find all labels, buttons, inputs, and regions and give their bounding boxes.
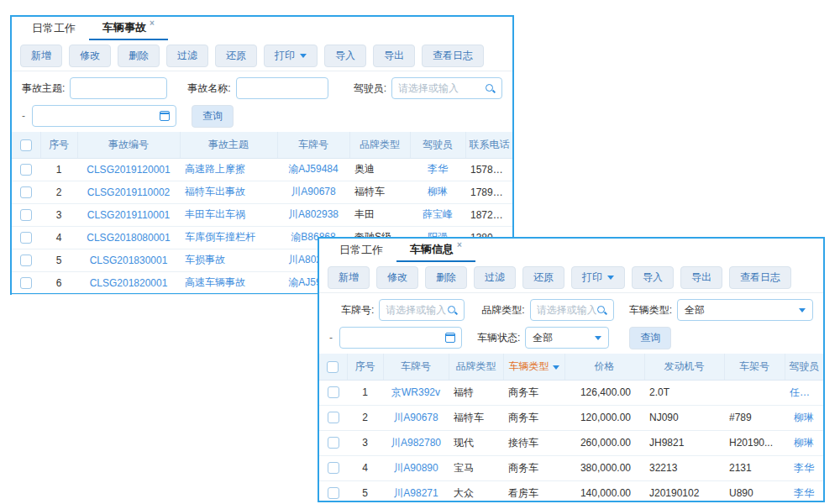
table-cell-link[interactable]: 丰田车出车祸: [180, 203, 277, 226]
select-all-checkbox[interactable]: [327, 361, 339, 373]
print-button[interactable]: 打印: [571, 266, 625, 289]
calendar-icon[interactable]: [445, 333, 455, 343]
table-cell-link[interactable]: 李华: [410, 158, 465, 181]
select-all-checkbox[interactable]: [20, 139, 32, 151]
delete-button[interactable]: 删除: [118, 45, 160, 67]
delete-button[interactable]: 删除: [425, 266, 467, 289]
column-header-frame-no[interactable]: 车架号: [724, 354, 785, 380]
table-cell-link[interactable]: 川A802938: [277, 203, 349, 226]
table-cell-link[interactable]: 车损事故: [180, 249, 277, 271]
driver-input[interactable]: [398, 82, 485, 94]
column-header-accident-subject[interactable]: 事故主题: [180, 132, 277, 158]
row-checkbox[interactable]: [328, 386, 339, 398]
row-checkbox[interactable]: [328, 412, 339, 423]
row-checkbox[interactable]: [328, 487, 339, 499]
row-checkbox[interactable]: [328, 462, 339, 474]
view-log-button[interactable]: 查看日志: [729, 266, 791, 289]
tab-vehicle-info[interactable]: 车辆信息: [396, 239, 475, 262]
table-cell-link[interactable]: CLSG201830001: [77, 249, 180, 271]
row-checkbox[interactable]: [20, 255, 32, 266]
column-header-brand[interactable]: 品牌类型: [349, 132, 410, 158]
tab-daily-work[interactable]: 日常工作: [326, 239, 396, 262]
column-header-vehicle-type[interactable]: 车辆类型: [503, 354, 564, 380]
row-checkbox[interactable]: [20, 209, 32, 221]
table-cell-link[interactable]: 京WR392v: [383, 380, 449, 405]
print-button[interactable]: 打印: [264, 45, 318, 67]
edit-button[interactable]: 修改: [376, 266, 418, 289]
plate-field[interactable]: [379, 299, 465, 321]
row-checkbox[interactable]: [20, 232, 32, 244]
accident-subject-field[interactable]: [70, 77, 167, 99]
table-cell-link[interactable]: CLSG2018080001: [77, 226, 180, 249]
column-header-driver[interactable]: 驾驶员: [785, 354, 823, 380]
table-cell-link[interactable]: 柳琳: [785, 430, 823, 455]
close-icon[interactable]: [150, 19, 155, 28]
table-cell-link[interactable]: 高速车辆事故: [180, 271, 277, 294]
edit-button[interactable]: 修改: [69, 45, 111, 67]
accident-subject-input[interactable]: [76, 82, 160, 94]
column-header-brand[interactable]: 品牌类型: [449, 354, 503, 380]
restore-button[interactable]: 还原: [522, 266, 564, 289]
table-cell-link[interactable]: 川A90890: [383, 455, 449, 480]
date-input[interactable]: [39, 110, 160, 122]
row-checkbox[interactable]: [20, 277, 32, 289]
table-cell-link[interactable]: 川A982780: [383, 430, 449, 455]
restore-button[interactable]: 还原: [215, 45, 257, 67]
column-header-plate[interactable]: 车牌号: [383, 354, 449, 380]
table-cell-link[interactable]: CLSG2019120001: [77, 158, 180, 181]
add-button[interactable]: 新增: [328, 266, 370, 289]
table-cell-link[interactable]: 李华: [785, 480, 823, 504]
table-cell-link[interactable]: 川A90678: [383, 405, 449, 430]
query-button[interactable]: 查询: [629, 327, 671, 349]
row-checkbox[interactable]: [328, 437, 339, 449]
export-button[interactable]: 导出: [680, 266, 722, 289]
table-cell-link[interactable]: CLSG201820001: [77, 271, 180, 294]
column-header-driver[interactable]: 驾驶员: [410, 132, 465, 158]
table-cell-link[interactable]: 柳琳: [785, 405, 823, 430]
vehicle-status-select[interactable]: 全部: [525, 327, 609, 349]
import-button[interactable]: 导入: [324, 45, 366, 67]
table-cell-link[interactable]: 高速路上摩擦: [180, 158, 277, 181]
accident-name-input[interactable]: [243, 82, 322, 94]
column-header-engine-no[interactable]: 发动机号: [644, 354, 724, 380]
tab-daily-work[interactable]: 日常工作: [18, 17, 89, 40]
accident-name-field[interactable]: [236, 77, 328, 99]
query-button[interactable]: 查询: [192, 105, 234, 128]
export-button[interactable]: 导出: [373, 45, 415, 67]
column-header-plate[interactable]: 车牌号: [277, 132, 349, 158]
table-cell-link[interactable]: 任晓缘: [785, 380, 823, 405]
date-field[interactable]: [339, 327, 462, 349]
column-header-serial[interactable]: 序号: [40, 132, 77, 158]
filter-button[interactable]: 过滤: [166, 45, 208, 67]
tab-vehicle-accidents[interactable]: 车辆事故: [89, 17, 168, 40]
date-field[interactable]: [32, 105, 176, 127]
plate-input[interactable]: [386, 304, 447, 316]
table-cell-link[interactable]: 李华: [785, 455, 823, 480]
table-cell-link[interactable]: 薛宝峰: [410, 203, 465, 226]
sort-caret-icon[interactable]: [553, 365, 559, 370]
vehicle-type-select[interactable]: 全部: [677, 299, 813, 321]
import-button[interactable]: 导入: [632, 266, 674, 289]
table-cell-link[interactable]: CLSG2019110002: [77, 181, 180, 203]
row-checkbox[interactable]: [20, 164, 32, 176]
table-cell-link[interactable]: 柳琳: [410, 181, 465, 203]
table-cell-link[interactable]: 渝AJ59484: [277, 158, 349, 181]
table-cell-link[interactable]: 车库倒车撞栏杆: [180, 226, 277, 249]
search-icon[interactable]: [596, 305, 607, 316]
add-button[interactable]: 新增: [20, 45, 62, 67]
brand-input[interactable]: [537, 304, 596, 316]
brand-field[interactable]: [530, 299, 614, 321]
column-header-accident-no[interactable]: 事故编号: [77, 132, 180, 158]
column-header-serial[interactable]: 序号: [347, 354, 383, 380]
search-icon[interactable]: [447, 305, 458, 316]
table-cell-link[interactable]: 川A98271: [383, 480, 449, 504]
table-cell-link[interactable]: 福特车出事故: [180, 181, 277, 203]
row-checkbox[interactable]: [20, 186, 32, 198]
filter-button[interactable]: 过滤: [474, 266, 516, 289]
close-icon[interactable]: [457, 241, 462, 249]
calendar-icon[interactable]: [160, 111, 170, 121]
driver-field[interactable]: [391, 77, 502, 99]
column-header-phone[interactable]: 联系电话: [465, 132, 512, 158]
table-cell-link[interactable]: 川A90678: [277, 181, 349, 203]
column-header-price[interactable]: 价格: [564, 354, 644, 380]
